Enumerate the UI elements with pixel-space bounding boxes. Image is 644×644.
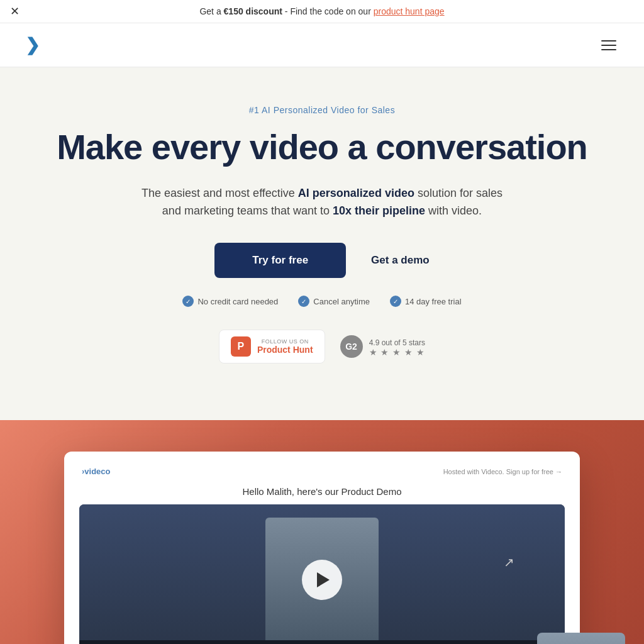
check-icon-2: ✓	[298, 296, 309, 307]
video-header: ›videco Hosted with Videco. Sign up for …	[79, 467, 565, 476]
video-section: ›videco Hosted with Videco. Sign up for …	[0, 420, 644, 644]
product-hunt-icon: P	[231, 336, 251, 357]
hero-subtitle: #1 AI Personalized Video for Sales	[25, 105, 619, 115]
g2-score: 4.9 out of 5 stars	[369, 336, 426, 347]
product-hunt-text: FOLLOW US ON Product Hunt	[257, 338, 313, 355]
social-proof-row: P FOLLOW US ON Product Hunt G2 4.9 out o…	[25, 330, 619, 364]
get-demo-button[interactable]: Get a demo	[371, 254, 430, 267]
ph-name: Product Hunt	[257, 345, 313, 355]
trust-item-3: ✓ 14 day free trial	[390, 296, 462, 307]
g2-stars: ★ ★ ★ ★ ★	[369, 347, 426, 357]
g2-icon: G2	[340, 335, 363, 358]
hamburger-line-3	[601, 49, 616, 50]
video-player[interactable]: ↗ 0:00	[79, 504, 565, 644]
announcement-text: Get a €150 discount - Find the code on o…	[199, 6, 444, 16]
product-hunt-link[interactable]: product hunt page	[374, 6, 445, 16]
play-button[interactable]	[302, 560, 342, 600]
navbar: ❯	[0, 23, 644, 67]
hero-description: The easiest and most effective AI person…	[133, 184, 511, 221]
video-brand: ›videco	[82, 467, 111, 476]
trust-label-1: No credit card needed	[197, 297, 278, 306]
trust-row: ✓ No credit card needed ✓ Cancel anytime…	[25, 296, 619, 307]
video-host-text: Hosted with Videco. Sign up for free →	[443, 468, 562, 475]
hero-section: #1 AI Personalized Video for Sales Make …	[0, 67, 644, 420]
video-container: ›videco Hosted with Videco. Sign up for …	[64, 452, 580, 644]
cta-row: Try for free Get a demo	[25, 243, 619, 278]
try-free-button[interactable]: Try for free	[214, 243, 346, 278]
hamburger-menu[interactable]	[599, 38, 619, 53]
video-title: Hello Malith, here's our Product Demo	[79, 486, 565, 497]
cursor-icon: ↗	[504, 555, 514, 570]
hamburger-line-1	[601, 40, 616, 42]
g2-rating: 4.9 out of 5 stars ★ ★ ★ ★ ★	[369, 336, 426, 357]
trust-item-1: ✓ No credit card needed	[182, 296, 278, 307]
hamburger-line-2	[601, 45, 616, 46]
check-icon-1: ✓	[182, 296, 194, 307]
close-button[interactable]: ✕	[10, 4, 19, 18]
trust-item-2: ✓ Cancel anytime	[298, 296, 370, 307]
logo-icon: ❯	[25, 35, 40, 55]
side-person-thumbnail	[537, 633, 625, 644]
logo: ❯	[25, 35, 40, 55]
ph-follow-label: FOLLOW US ON	[257, 338, 313, 345]
video-progress-bar: 0:00	[79, 640, 565, 644]
play-triangle-icon	[317, 572, 330, 587]
g2-badge: G2 4.9 out of 5 stars ★ ★ ★ ★ ★	[340, 335, 426, 358]
trust-label-3: 14 day free trial	[405, 297, 462, 306]
check-icon-3: ✓	[390, 296, 401, 307]
announcement-bar: ✕ Get a €150 discount - Find the code on…	[0, 0, 644, 23]
trust-label-2: Cancel anytime	[313, 297, 370, 306]
hero-title: Make every video a conversation	[25, 128, 619, 167]
product-hunt-badge[interactable]: P FOLLOW US ON Product Hunt	[219, 330, 325, 364]
